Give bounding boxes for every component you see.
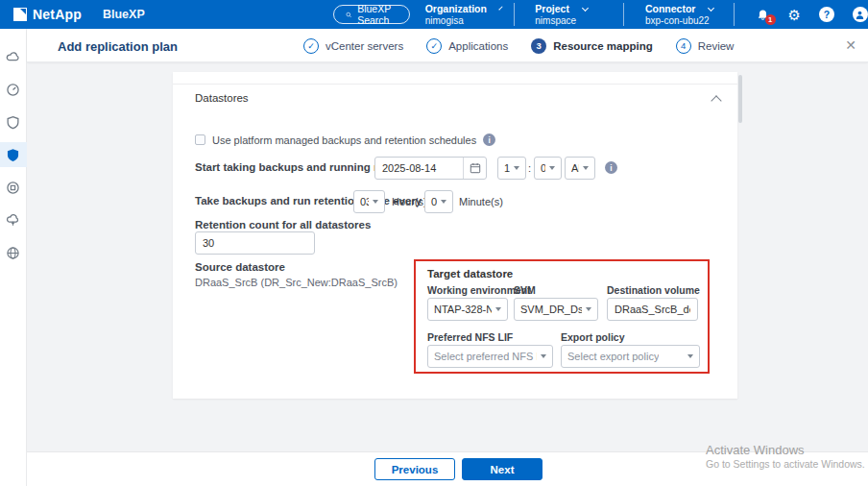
activate-windows-watermark-sub: Go to Settings to activate Windows.	[706, 458, 865, 470]
step-applications[interactable]: ✓ Applications	[426, 38, 508, 54]
shield-heart-icon	[6, 115, 20, 130]
netapp-logo: NetApp	[13, 7, 82, 22]
datastores-panel: Datastores Use platform managed backups …	[173, 72, 737, 399]
info-icon[interactable]: i	[483, 134, 495, 146]
chevron-down-icon	[441, 200, 446, 204]
lifebuoy-icon	[6, 181, 20, 195]
divider	[623, 3, 624, 26]
svm-select[interactable]: SVM_DR_Dstn	[514, 298, 598, 321]
organization-selector[interactable]: Organization nimogisa	[425, 3, 500, 26]
activate-windows-watermark: Activate Windows	[706, 443, 805, 457]
working-environment-value: NTAP-328-N2	[434, 304, 492, 315]
shield-icon	[6, 148, 20, 162]
export-policy-label: Export policy	[561, 331, 625, 343]
minutes-value: 00	[431, 196, 437, 207]
previous-button[interactable]: Previous	[374, 458, 455, 480]
divider	[734, 3, 735, 26]
step-resource-mapping[interactable]: 3 Resource mapping	[531, 38, 653, 54]
export-policy-select[interactable]: Select export policy	[561, 345, 700, 368]
chevron-down-icon	[549, 166, 555, 170]
frequency-hours-select[interactable]: 03	[353, 190, 385, 213]
brand-name: NetApp	[33, 7, 82, 22]
chevron-up-icon[interactable]	[711, 95, 721, 106]
search-icon	[346, 10, 351, 20]
close-icon[interactable]: ✕	[845, 37, 856, 53]
preferred-nfs-lif-select[interactable]: Select preferred NFS LIF	[427, 345, 553, 368]
wizard-header: Add replication plan ✓ vCenter servers ✓…	[27, 29, 868, 62]
minutes-unit-label: Minute(s)	[459, 190, 503, 213]
scrollbar[interactable]	[738, 75, 742, 123]
help-button[interactable]: ?	[819, 7, 834, 22]
backup-start-date-field[interactable]: 2025-08-14	[374, 157, 487, 180]
cloud-sync-icon	[6, 213, 20, 228]
top-bar: NetApp BlueXP BlueXP Search Organization…	[0, 0, 868, 29]
step-label: vCenter servers	[326, 40, 403, 52]
sidebar-item-globe[interactable]	[0, 240, 27, 265]
search-label: BlueXP Search	[357, 3, 398, 26]
step-label: Resource mapping	[553, 40, 653, 52]
connector-selector[interactable]: Connector bxp-con-ubu22	[645, 3, 720, 26]
sidebar-item-protection-active[interactable]	[0, 142, 27, 167]
chevron-down-icon	[708, 4, 714, 11]
calendar-icon[interactable]	[463, 158, 486, 179]
connector-value: bxp-con-ubu22	[645, 15, 720, 26]
notification-badge: 1	[765, 14, 776, 25]
sidebar-item-cloud[interactable]	[0, 44, 27, 69]
organization-label: Organization	[425, 3, 487, 14]
retention-count-label: Retention count for all datastores	[195, 219, 371, 231]
section-title: Datastores	[195, 92, 249, 104]
divider	[514, 3, 515, 26]
frequency-minutes-select[interactable]: 00	[424, 190, 453, 213]
backup-start-date-value: 2025-08-14	[375, 158, 463, 179]
page-title: Add replication plan	[58, 39, 178, 54]
chevron-down-icon	[586, 307, 591, 311]
user-icon	[853, 7, 868, 22]
backup-start-meridiem-select[interactable]: AM	[565, 157, 595, 180]
sidebar-item-gauge[interactable]	[0, 77, 27, 102]
info-icon[interactable]: i	[605, 161, 617, 174]
divider	[173, 84, 737, 85]
preferred-nfs-lif-placeholder: Select preferred NFS LIF	[434, 351, 537, 362]
step-review[interactable]: 4 Review	[676, 38, 735, 54]
retention-count-input[interactable]	[195, 231, 315, 255]
user-menu-button[interactable]	[853, 7, 868, 22]
wizard-stepper: ✓ vCenter servers ✓ Applications 3 Resou…	[303, 29, 734, 62]
next-button[interactable]: Next	[462, 458, 542, 480]
chevron-down-icon	[498, 6, 502, 10]
chevron-down-icon	[582, 4, 589, 11]
svm-value: SVM_DR_Dstn	[520, 304, 582, 315]
step-vcenter-servers[interactable]: ✓ vCenter servers	[303, 38, 403, 54]
step-label: Applications	[448, 40, 508, 52]
platform-backup-row: Use platform managed backups and retenti…	[195, 134, 495, 146]
time-separator: :	[528, 157, 531, 180]
bluexp-search[interactable]: BlueXP Search	[333, 5, 410, 24]
working-environment-select[interactable]: NTAP-328-N2	[427, 298, 508, 321]
step-completed-icon: ✓	[426, 38, 442, 54]
target-datastore-title: Target datastore	[427, 268, 513, 279]
backup-start-minute-select[interactable]: 00	[534, 157, 562, 180]
gauge-icon	[6, 83, 20, 97]
chevron-down-icon	[495, 307, 501, 311]
settings-button[interactable]: ⚙	[788, 8, 801, 22]
source-datastore-value: DRaaS_SrcB (DR_Src_New:DRaaS_SrcB)	[195, 277, 398, 288]
step-number: 4	[676, 38, 691, 54]
svm-label: SVM	[514, 284, 536, 296]
step-completed-icon: ✓	[303, 38, 319, 54]
sidebar-item-shield-heart[interactable]	[0, 109, 27, 134]
project-value: nimspace	[535, 15, 610, 26]
organization-value: nimogisa	[425, 15, 500, 26]
notifications-button[interactable]: 1	[756, 8, 770, 22]
target-datastore-box: Target datastore Working environment SVM…	[414, 259, 710, 374]
destination-volume-input[interactable]	[607, 298, 698, 321]
left-nav	[0, 29, 27, 486]
project-selector[interactable]: Project nimspace	[535, 3, 610, 26]
platform-backup-checkbox[interactable]	[195, 134, 205, 145]
meridiem-value: AM	[571, 162, 579, 174]
chevron-down-icon	[514, 166, 519, 170]
sidebar-item-cloud-sync[interactable]	[0, 207, 27, 232]
backup-start-hour-select[interactable]: 12	[497, 157, 526, 180]
project-label: Project	[535, 3, 569, 14]
sidebar-item-lifebuoy[interactable]	[0, 175, 27, 200]
cloud-icon	[6, 50, 20, 64]
connector-label: Connector	[645, 3, 696, 14]
